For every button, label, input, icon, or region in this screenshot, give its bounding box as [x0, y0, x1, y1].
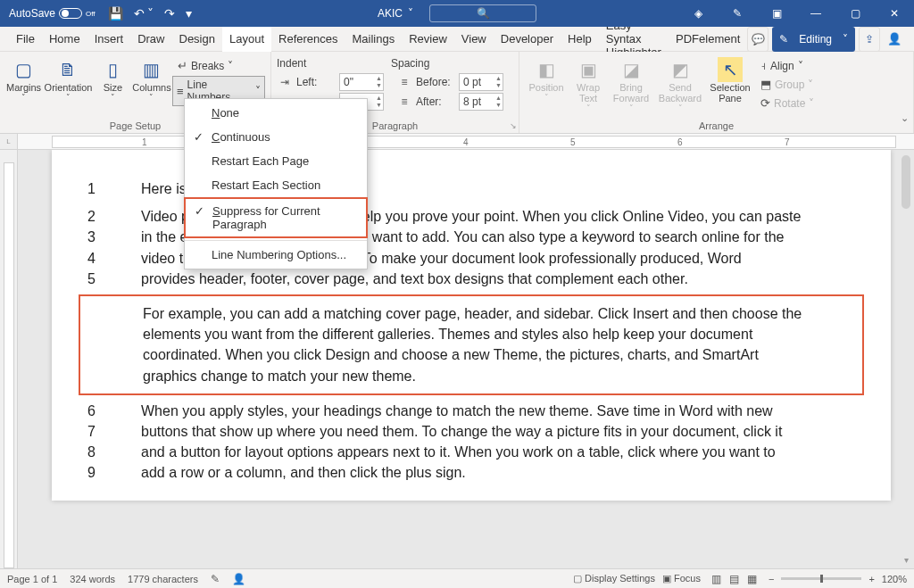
account-mini-icon[interactable]: 👤	[884, 27, 905, 52]
text-line[interactable]: elements you want from the different gal…	[89, 324, 853, 344]
read-mode-icon[interactable]: ▥	[708, 573, 726, 585]
text-line[interactable]: For example, you can add a matching cove…	[89, 303, 853, 324]
ln-restart-page[interactable]: Restart Each Page	[185, 149, 367, 173]
undo-icon[interactable]: ↶ ˅	[134, 6, 154, 21]
text-line[interactable]: When you apply styles, your headings cha…	[112, 401, 855, 421]
selection-pane-button[interactable]: ↖Selection Pane	[707, 54, 753, 104]
print-layout-icon[interactable]: ▤	[726, 573, 744, 585]
rotate-icon: ⟳	[760, 96, 770, 110]
spell-check-icon[interactable]: ✎	[211, 573, 220, 585]
line-numbers-icon: ≡	[177, 85, 184, 98]
line-number: 8	[87, 442, 112, 462]
document-title: AKIC˅ 🔍	[378, 4, 536, 22]
line-number: 9	[87, 462, 112, 483]
send-backward-icon: ◩	[668, 57, 693, 82]
qat-more-icon[interactable]: ▾	[186, 6, 192, 21]
orientation-button[interactable]: 🗎Orientation˅	[44, 54, 93, 102]
collapse-ribbon-icon[interactable]: ⌄	[901, 112, 909, 124]
save-icon[interactable]: 💾	[108, 6, 123, 21]
focus-button[interactable]: ▣ Focus	[662, 573, 701, 584]
text-line[interactable]: coordinated. When you click Design and c…	[89, 344, 853, 365]
ln-restart-section[interactable]: Restart Each Section	[185, 173, 367, 197]
display-settings-button[interactable]: ▢ Display Settings	[573, 573, 655, 584]
tab-pdfelement[interactable]: PDFelement	[669, 27, 747, 52]
tab-home[interactable]: Home	[42, 27, 87, 52]
tab-draw[interactable]: Draw	[130, 27, 171, 52]
tab-help[interactable]: Help	[561, 27, 599, 52]
ln-none[interactable]: None	[185, 101, 367, 125]
tab-view[interactable]: View	[454, 27, 494, 52]
align-icon: ⫞	[760, 59, 767, 72]
menu-separator	[185, 240, 367, 241]
accessibility-icon[interactable]: 👤	[232, 573, 245, 585]
text-line[interactable]: buttons that show up where you need them…	[112, 421, 855, 442]
spacing-before-input[interactable]: 0 pt▲▼	[459, 73, 503, 91]
send-backward-button: ◩Send Backward˅	[655, 54, 705, 112]
share-icon[interactable]: ⇪	[859, 27, 880, 52]
status-words[interactable]: 324 words	[70, 574, 115, 584]
ln-continuous[interactable]: Continuous	[185, 125, 367, 149]
tab-developer[interactable]: Developer	[494, 27, 561, 52]
zoom-slider[interactable]	[781, 577, 861, 580]
line-number: 2	[87, 206, 112, 227]
line-numbers-menu: None Continuous Restart Each Page Restar…	[184, 98, 368, 269]
rotate-button: ⟳Rotate ˅	[755, 95, 819, 112]
margins-button[interactable]: ▢Margins˅	[5, 54, 42, 102]
ln-options[interactable]: Line Numbering Options...	[185, 243, 367, 267]
scroll-down-icon[interactable]: ▾	[902, 555, 910, 565]
zoom-in-button[interactable]: +	[868, 574, 874, 584]
orientation-icon: 🗎	[55, 57, 80, 82]
tab-esh[interactable]: Easy Syntax Highlighter	[599, 27, 669, 52]
autosave-state: Off	[86, 10, 96, 18]
zoom-level[interactable]: 120%	[882, 574, 907, 584]
title-bar: AutoSave Off 💾 ↶ ˅ ↷ ▾ AKIC˅ 🔍 ◈ ✎ ▣ — ▢…	[0, 0, 914, 27]
account-icon[interactable]: ◈	[678, 0, 718, 27]
align-button[interactable]: ⫞Align ˅	[755, 57, 819, 74]
text-line[interactable]: add a row or a column, and then click th…	[112, 462, 855, 483]
tab-review[interactable]: Review	[402, 27, 454, 52]
wrap-text-button: ▣Wrap Text˅	[569, 54, 607, 112]
tab-file[interactable]: File	[9, 27, 42, 52]
ribbon-display-icon[interactable]: ▣	[757, 0, 796, 27]
ln-suppress[interactable]: Suppress for Current Paragraph	[184, 197, 368, 238]
vertical-scrollbar[interactable]: ▴ ▾	[902, 155, 910, 563]
horizontal-ruler[interactable]: 1 2 3 4 5 6 7	[52, 136, 896, 148]
close-button[interactable]: ✕	[875, 0, 914, 27]
text-line[interactable]: provides header, footer, cover page, and…	[112, 269, 855, 289]
zoom-out-button[interactable]: −	[769, 574, 774, 584]
tab-mailings[interactable]: Mailings	[345, 27, 403, 52]
breaks-button[interactable]: ↵Breaks ˅	[172, 57, 265, 74]
text-line[interactable]: and a button for layout options appears …	[112, 442, 855, 462]
columns-button[interactable]: ▥Columns˅	[133, 54, 170, 102]
indent-left-input[interactable]: 0"▲▼	[339, 73, 384, 91]
minimize-button[interactable]: —	[796, 0, 835, 27]
scroll-thumb[interactable]	[902, 155, 910, 209]
paragraph-launcher-icon[interactable]: ↘	[510, 121, 517, 130]
maximize-button[interactable]: ▢	[835, 0, 875, 27]
autosave-label: AutoSave	[9, 7, 55, 20]
tab-insert[interactable]: Insert	[87, 27, 131, 52]
group-button: ⬒Group ˅	[755, 76, 819, 93]
comments-icon[interactable]: 💬	[747, 27, 769, 52]
tab-layout[interactable]: Layout	[222, 27, 271, 52]
chevron-down-icon[interactable]: ˅	[408, 7, 413, 20]
search-box[interactable]: 🔍	[429, 4, 536, 22]
vertical-ruler[interactable]	[0, 150, 18, 568]
tab-design[interactable]: Design	[172, 27, 222, 52]
autosave-toggle[interactable]: AutoSave Off	[9, 7, 96, 20]
line-number: 1	[87, 178, 112, 199]
status-chars[interactable]: 1779 characters	[128, 574, 198, 584]
coming-soon-icon[interactable]: ✎	[718, 0, 757, 27]
editing-mode-button[interactable]: ✎ Editing ˅	[772, 27, 855, 52]
size-button[interactable]: ▯Size˅	[95, 54, 131, 102]
toggle-off-icon[interactable]	[59, 8, 82, 19]
document-area: 1Here is our text placeholder: 2Video pr…	[0, 150, 914, 568]
page[interactable]: 1Here is our text placeholder: 2Video pr…	[52, 150, 891, 501]
ruler-tick: 5	[570, 137, 576, 147]
web-layout-icon[interactable]: ▦	[744, 573, 761, 585]
redo-icon[interactable]: ↷	[164, 6, 175, 21]
text-line[interactable]: graphics change to match your new theme.	[89, 366, 853, 386]
status-page[interactable]: Page 1 of 1	[7, 574, 57, 584]
tab-references[interactable]: References	[271, 27, 345, 52]
spacing-after-input[interactable]: 8 pt▲▼	[459, 93, 503, 111]
